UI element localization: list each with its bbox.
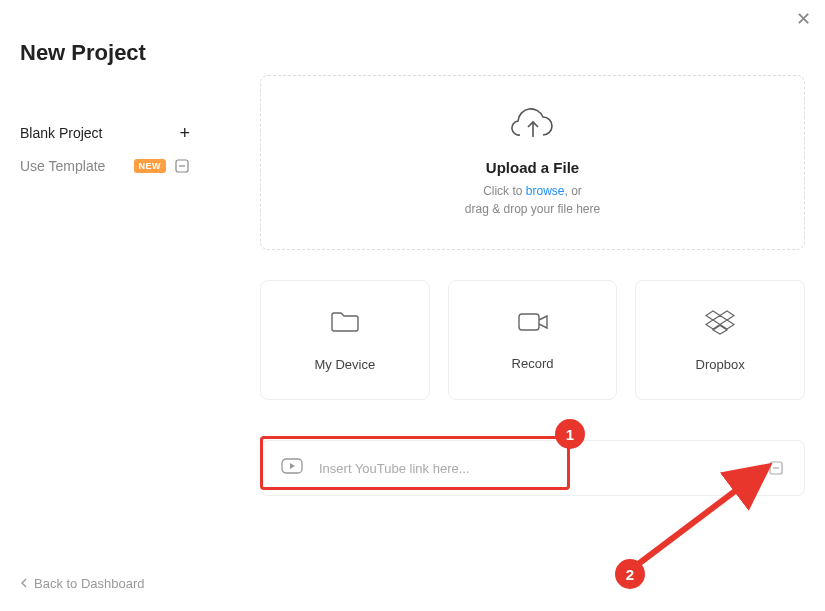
svg-rect-2 <box>519 314 539 330</box>
folder-icon <box>329 309 361 339</box>
chevron-left-icon <box>20 576 28 591</box>
annotation-marker-2: 2 <box>615 559 645 589</box>
sidebar-item-use-template[interactable]: Use Template NEW <box>20 150 190 182</box>
cloud-upload-icon <box>511 107 555 147</box>
video-camera-icon <box>516 310 550 338</box>
option-label: My Device <box>314 357 375 372</box>
back-to-dashboard-link[interactable]: Back to Dashboard <box>20 576 145 591</box>
youtube-link-input[interactable] <box>319 461 752 476</box>
option-record[interactable]: Record <box>448 280 618 400</box>
option-label: Dropbox <box>696 357 745 372</box>
page-title: New Project <box>20 40 190 66</box>
main-content: Upload a File Click to browse, or drag &… <box>260 75 805 496</box>
sidebar: New Project Blank Project + Use Template… <box>0 0 210 611</box>
new-badge: NEW <box>134 159 167 173</box>
youtube-link-row <box>260 440 805 496</box>
option-label: Record <box>512 356 554 371</box>
back-label: Back to Dashboard <box>34 576 145 591</box>
close-icon[interactable]: ✕ <box>796 10 811 28</box>
upload-dropzone[interactable]: Upload a File Click to browse, or drag &… <box>260 75 805 250</box>
submit-icon[interactable] <box>768 460 784 476</box>
browse-link[interactable]: browse <box>526 184 565 198</box>
plus-icon: + <box>179 124 190 142</box>
option-my-device[interactable]: My Device <box>260 280 430 400</box>
source-options: My Device Record Dropbox <box>260 280 805 400</box>
upload-subtitle: Click to browse, or drag & drop your fil… <box>465 182 600 218</box>
sidebar-item-label: Blank Project <box>20 125 102 141</box>
youtube-icon <box>281 458 303 478</box>
sidebar-item-label: Use Template <box>20 158 105 174</box>
dropbox-icon <box>704 309 736 339</box>
sidebar-item-blank-project[interactable]: Blank Project + <box>20 116 190 150</box>
upload-title: Upload a File <box>486 159 579 176</box>
option-dropbox[interactable]: Dropbox <box>635 280 805 400</box>
template-icon <box>174 158 190 174</box>
